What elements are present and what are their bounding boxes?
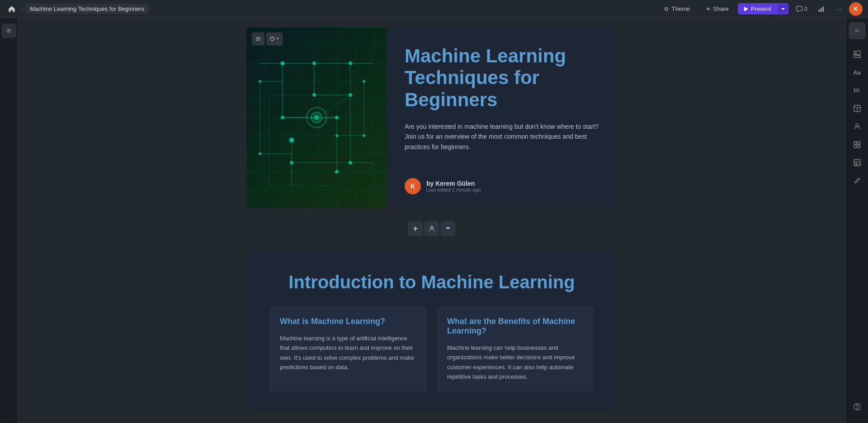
analytics-button[interactable]: [815, 2, 828, 16]
svg-rect-64: [858, 141, 860, 144]
svg-point-62: [856, 124, 859, 127]
pencil-icon: [854, 177, 861, 184]
main-layout: ≡: [0, 18, 868, 423]
rs-button-layout[interactable]: [849, 100, 865, 117]
theme-icon: [663, 6, 670, 12]
slide-2: Introduction to Machine Learning What is…: [246, 249, 617, 411]
present-button[interactable]: Present: [738, 3, 777, 14]
slides-container: Machine Learning Techniques for Beginner…: [18, 18, 845, 420]
home-button[interactable]: [5, 3, 18, 15]
card2-body: Machine learning can help businesses and…: [447, 343, 584, 382]
svg-point-73: [857, 408, 857, 409]
slide-1: Machine Learning Techniques for Beginner…: [246, 27, 617, 208]
slide-description: Are you interested in machine learning b…: [405, 122, 599, 152]
svg-rect-65: [854, 145, 857, 148]
rs-button-grid[interactable]: [849, 136, 865, 153]
topbar-actions: Theme Share Present: [658, 2, 863, 16]
content-area[interactable]: Machine Learning Techniques for Beginner…: [18, 18, 845, 423]
slide-author: K by Kerem Gülen Last edited 1 minute ag…: [405, 178, 599, 194]
rs-button-table[interactable]: [849, 155, 865, 171]
bar-chart-icon: [818, 6, 825, 12]
svg-rect-7: [256, 38, 260, 39]
svg-rect-63: [854, 141, 857, 144]
share-button[interactable]: Share: [699, 3, 734, 14]
rs-button-person[interactable]: [849, 118, 865, 135]
rs-button-list[interactable]: [849, 82, 865, 99]
slide-hero-content: Machine Learning Techniques for Beginner…: [387, 27, 617, 208]
breadcrumb: › Machine Learning Techniques for Beginn…: [5, 3, 149, 15]
ellipsis-icon: ···: [836, 5, 841, 13]
ai-assistant-button[interactable]: AI: [849, 23, 865, 39]
share-icon: [704, 6, 711, 12]
theme-button[interactable]: Theme: [658, 3, 695, 14]
present-label: Present: [751, 5, 771, 12]
dropdown-chevron-icon: [276, 37, 279, 41]
author-edited: Last edited 1 minute ago: [426, 187, 481, 193]
svg-point-58: [854, 91, 855, 92]
share-label: Share: [713, 5, 729, 12]
hero-image: [246, 27, 387, 208]
left-sidebar: ≡: [0, 18, 18, 423]
svg-marker-51: [446, 227, 450, 230]
card1-body: Machine learning is a type of artificial…: [280, 334, 416, 372]
comment-icon: [796, 6, 802, 12]
table-icon: [854, 159, 861, 166]
comments-button[interactable]: 0: [793, 4, 811, 14]
sidebar-toggle-button[interactable]: ≡: [2, 24, 16, 38]
author-info: by Kerem Gülen Last edited 1 minute ago: [426, 180, 481, 193]
person-icon-rs: [854, 123, 861, 130]
svg-point-42: [259, 80, 261, 83]
svg-point-45: [363, 80, 365, 83]
slide-layout-dropdown[interactable]: [266, 33, 283, 45]
svg-rect-67: [854, 160, 860, 166]
svg-marker-9: [276, 38, 279, 39]
slide2-card-1: What is Machine Learning? Machine learni…: [269, 306, 427, 393]
card1-title: What is Machine Learning?: [280, 317, 416, 326]
more-options-button[interactable]: ···: [832, 2, 845, 16]
svg-point-49: [335, 134, 338, 137]
slide-toolbar: [252, 33, 283, 45]
user-avatar[interactable]: K: [849, 2, 863, 16]
topbar: › Machine Learning Techniques for Beginn…: [0, 0, 868, 18]
svg-line-71: [858, 179, 859, 180]
right-sidebar: AI Aa: [845, 18, 868, 423]
comment-count: 0: [804, 5, 807, 12]
rs-button-2[interactable]: [849, 46, 865, 62]
play-icon: [743, 6, 749, 12]
slide2-title: Introduction to Machine Learning: [269, 272, 594, 292]
svg-rect-66: [858, 145, 860, 148]
chevron-down-icon: [781, 7, 785, 11]
help-icon: [854, 403, 861, 410]
svg-point-56: [854, 89, 855, 89]
rs-button-edit[interactable]: [849, 173, 865, 189]
svg-point-0: [665, 7, 668, 10]
person-icon: [429, 226, 435, 232]
slide-actions-bar: [404, 217, 460, 240]
layout-icon: [854, 105, 861, 112]
rotate-icon: [269, 36, 275, 42]
slide-menu-button[interactable]: [252, 33, 264, 45]
plus-icon: [412, 226, 419, 232]
svg-rect-4: [821, 8, 822, 12]
slide-template-button[interactable]: [425, 221, 439, 236]
more-slide-options-button[interactable]: [441, 221, 455, 236]
slide-hero: Machine Learning Techniques for Beginner…: [246, 27, 617, 208]
svg-rect-6: [256, 38, 260, 38]
rs-button-aa[interactable]: Aa: [849, 64, 865, 80]
present-group: Present: [738, 3, 789, 14]
present-dropdown-button[interactable]: [777, 5, 789, 14]
svg-rect-5: [823, 6, 824, 11]
slide-main-title: Machine Learning Techniques for Beginner…: [405, 45, 599, 111]
svg-rect-39: [246, 27, 387, 208]
list-icon: [854, 87, 861, 94]
add-slide-button[interactable]: [408, 221, 423, 236]
slide2-card-2: What are the Benefits of Machine Learnin…: [436, 306, 594, 393]
svg-marker-2: [781, 8, 785, 10]
doc-title[interactable]: Machine Learning Techniques for Beginner…: [25, 4, 149, 14]
svg-marker-1: [744, 7, 748, 11]
image-icon: [854, 51, 861, 58]
author-avatar: K: [405, 178, 421, 194]
svg-rect-3: [819, 9, 820, 11]
help-button[interactable]: [849, 399, 865, 415]
slide2-cards: What is Machine Learning? Machine learni…: [269, 306, 594, 393]
